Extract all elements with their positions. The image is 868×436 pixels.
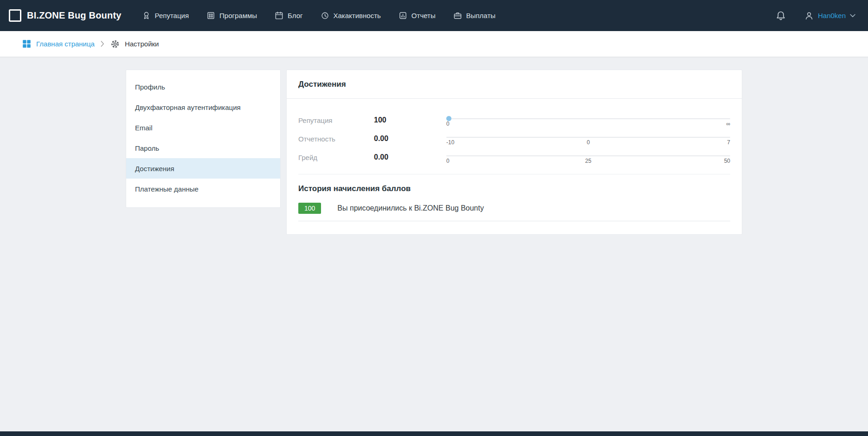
gear-icon — [110, 39, 120, 49]
stat-label: Грейд — [298, 154, 374, 161]
slider-ticks: -10 0 7 — [446, 139, 730, 146]
reports-barchart-icon — [399, 11, 407, 20]
tick-mid: 0 — [587, 139, 590, 146]
tick-mid: 25 — [585, 158, 591, 164]
user-menu[interactable]: Han0ken — [804, 11, 855, 20]
top-navbar: BI.ZONE Bug Bounty Репутация Программы — [0, 0, 868, 31]
programs-building-icon — [206, 11, 215, 20]
slider-track — [446, 137, 730, 138]
brand-title: BI.ZONE Bug Bounty — [27, 10, 122, 21]
panel-title: Достижения — [287, 70, 742, 99]
sidebar-item-email[interactable]: Email — [126, 117, 280, 138]
section-divider — [298, 174, 730, 174]
achievements-panel: Достижения Репутация 100 0 ∞ Отчетность — [286, 70, 742, 235]
stat-row-reporting: Отчетность 0.00 -10 0 7 — [298, 129, 730, 148]
points-badge: 100 — [298, 203, 321, 214]
nav-item-programs[interactable]: Программы — [206, 11, 257, 20]
achievement-stats: Репутация 100 0 ∞ Отчетность 0.00 — [287, 99, 742, 174]
home-grid-icon — [22, 39, 31, 48]
nav-label: Отчеты — [411, 12, 436, 19]
nav-item-reputation[interactable]: Репутация — [142, 11, 189, 20]
breadcrumb: Главная страница Настройки — [0, 31, 868, 57]
sidebar-item-payment-details[interactable]: Платежные данные — [126, 179, 280, 199]
slider-ticks: 0 25 50 — [446, 158, 730, 164]
blog-calendar-icon — [275, 11, 283, 20]
tick-max: 7 — [727, 139, 730, 146]
footer-strip — [0, 431, 868, 436]
nav-item-blog[interactable]: Блог — [275, 11, 302, 20]
history-title: История начисления баллов — [298, 184, 730, 193]
reputation-medal-icon — [142, 11, 151, 20]
reporting-slider: -10 0 7 — [446, 132, 730, 146]
stat-label: Отчетность — [298, 135, 374, 143]
payouts-briefcase-icon — [453, 11, 462, 20]
tick-min: -10 — [446, 139, 454, 146]
sidebar-item-profile[interactable]: Профиль — [126, 77, 280, 97]
user-avatar-icon — [804, 11, 814, 20]
sidebar-item-password[interactable]: Пароль — [126, 138, 280, 158]
nav-item-payouts[interactable]: Выплаты — [453, 11, 495, 20]
sidebar-item-achievements[interactable]: Достижения — [126, 158, 280, 179]
navbar-right: Han0ken — [776, 11, 855, 21]
tick-max: 50 — [724, 158, 730, 164]
main-nav: Репутация Программы Блог — [142, 11, 495, 20]
nav-label: Выплаты — [466, 12, 495, 19]
main-area: Профиль Двухфакторная аутентификация Ema… — [0, 57, 868, 235]
activity-history-icon — [321, 11, 329, 20]
history-text: Вы присоединились к Bi.ZONE Bug Bounty — [337, 204, 484, 212]
stat-value: 0.00 — [374, 135, 446, 143]
breadcrumb-home-label: Главная страница — [36, 40, 95, 48]
nav-label: Репутация — [155, 12, 189, 19]
notifications-bell-icon[interactable] — [776, 11, 786, 21]
chevron-down-icon — [850, 14, 855, 18]
tick-max: ∞ — [726, 121, 730, 127]
nav-label: Блог — [288, 12, 302, 19]
reputation-slider: 0 ∞ — [446, 114, 730, 127]
grade-slider: 0 25 50 — [446, 151, 730, 164]
stat-value: 100 — [374, 116, 446, 124]
nav-item-hackactivity[interactable]: Хакактивность — [321, 11, 381, 20]
history-row: 100 Вы присоединились к Bi.ZONE Bug Boun… — [298, 203, 730, 221]
slider-track — [446, 155, 730, 156]
breadcrumb-current: Настройки — [110, 39, 159, 49]
breadcrumb-home-link[interactable]: Главная страница — [22, 39, 95, 48]
stat-row-reputation: Репутация 100 0 ∞ — [298, 111, 730, 129]
sidebar-item-2fa[interactable]: Двухфакторная аутентификация — [126, 97, 280, 117]
chevron-right-icon — [101, 41, 104, 47]
nav-label: Программы — [219, 12, 257, 19]
tick-min: 0 — [446, 121, 450, 127]
stat-row-grade: Грейд 0.00 0 25 50 — [298, 148, 730, 167]
stat-value: 0.00 — [374, 153, 446, 161]
settings-sidebar: Профиль Двухфакторная аутентификация Ema… — [126, 70, 281, 208]
stat-label: Репутация — [298, 116, 374, 124]
nav-item-reports[interactable]: Отчеты — [399, 11, 436, 20]
bizone-logo-icon — [9, 9, 21, 22]
username: Han0ken — [818, 12, 846, 19]
slider-track — [446, 118, 730, 119]
slider-ticks: 0 ∞ — [446, 121, 730, 127]
nav-label: Хакактивность — [334, 12, 381, 19]
breadcrumb-current-label: Настройки — [125, 40, 159, 48]
tick-min: 0 — [446, 158, 450, 164]
